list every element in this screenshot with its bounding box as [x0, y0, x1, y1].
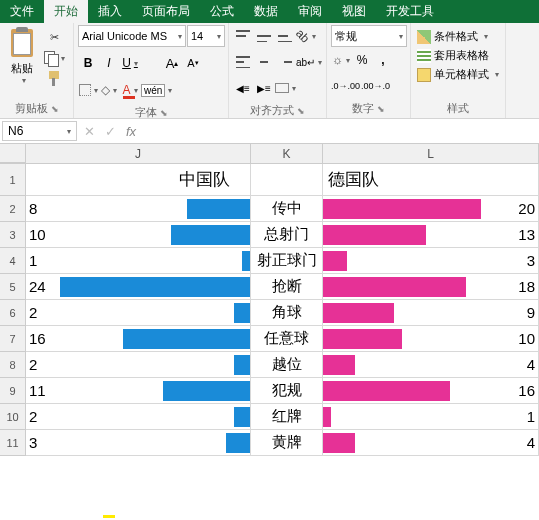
font-name-select[interactable]: Arial Unicode MS▾ — [78, 25, 186, 47]
row-header[interactable]: 7 — [0, 326, 26, 352]
cell[interactable]: 1 — [323, 404, 539, 430]
cell[interactable]: 射正球门 — [251, 248, 323, 274]
align-right-button[interactable] — [275, 51, 295, 73]
cell[interactable]: 4 — [323, 352, 539, 378]
cell[interactable]: 18 — [323, 274, 539, 300]
cell[interactable]: 1 — [26, 248, 251, 274]
row-header[interactable]: 6 — [0, 300, 26, 326]
tab-page-layout[interactable]: 页面布局 — [132, 0, 200, 23]
cell[interactable]: 犯规 — [251, 378, 323, 404]
row-header[interactable]: 8 — [0, 352, 26, 378]
orientation-button[interactable]: ab▾ — [296, 25, 316, 47]
tab-review[interactable]: 审阅 — [288, 0, 332, 23]
cell[interactable]: 8 — [26, 196, 251, 222]
phonetic-button[interactable]: wén▾ — [141, 79, 172, 101]
cell[interactable]: 黄牌 — [251, 430, 323, 456]
increase-font-button[interactable]: A▴ — [162, 52, 182, 74]
increase-decimal-button[interactable]: .0→.00 — [331, 75, 360, 97]
font-color-button[interactable]: A▾ — [120, 79, 140, 101]
align-top-button[interactable] — [233, 25, 253, 47]
select-all-corner[interactable] — [0, 144, 26, 163]
cell[interactable]: 总射门 — [251, 222, 323, 248]
percent-button[interactable]: % — [352, 49, 372, 71]
row-header[interactable]: 4 — [0, 248, 26, 274]
align-left-button[interactable] — [233, 51, 253, 73]
tab-file[interactable]: 文件 — [0, 0, 44, 23]
cancel-icon[interactable]: ✕ — [84, 124, 95, 139]
copy-button[interactable]: ▾ — [43, 48, 65, 68]
dialog-launcher-icon[interactable]: ⬊ — [160, 108, 168, 118]
row-header[interactable]: 2 — [0, 196, 26, 222]
table-format-button[interactable]: 套用表格格 — [415, 47, 491, 64]
cell[interactable]: 2 — [26, 300, 251, 326]
fx-icon[interactable]: fx — [126, 124, 136, 139]
cell[interactable]: 2 — [26, 404, 251, 430]
cell[interactable]: 16 — [26, 326, 251, 352]
row-header[interactable]: 9 — [0, 378, 26, 404]
decrease-decimal-button[interactable]: .00→.0 — [361, 75, 390, 97]
col-header-K[interactable]: K — [251, 144, 323, 163]
cell[interactable]: 10 — [323, 326, 539, 352]
cell[interactable]: 20 — [323, 196, 539, 222]
format-painter-button[interactable] — [43, 69, 65, 89]
row-header[interactable]: 10 — [0, 404, 26, 430]
wrap-text-button[interactable]: ab↵▾ — [296, 51, 322, 73]
cell[interactable]: 越位 — [251, 352, 323, 378]
confirm-icon[interactable]: ✓ — [105, 124, 116, 139]
cell[interactable]: 16 — [323, 378, 539, 404]
col-header-L[interactable]: L — [323, 144, 539, 163]
row-header[interactable]: 5 — [0, 274, 26, 300]
tab-insert[interactable]: 插入 — [88, 0, 132, 23]
tab-formulas[interactable]: 公式 — [200, 0, 244, 23]
row-header[interactable]: 1 — [0, 164, 26, 196]
row-header[interactable]: 3 — [0, 222, 26, 248]
cell[interactable] — [251, 164, 323, 196]
dialog-launcher-icon[interactable]: ⬊ — [51, 104, 59, 114]
cell[interactable]: 2 — [26, 352, 251, 378]
increase-indent-button[interactable]: ▶≡ — [254, 77, 274, 99]
paste-button[interactable]: 粘贴 ▾ — [4, 25, 40, 87]
cell[interactable]: 10 — [26, 222, 251, 248]
cell[interactable]: 角球 — [251, 300, 323, 326]
decrease-font-button[interactable]: A▾ — [183, 52, 203, 74]
cell[interactable]: 4 — [323, 430, 539, 456]
cell[interactable]: 13 — [323, 222, 539, 248]
cell[interactable]: 任意球 — [251, 326, 323, 352]
tab-developer[interactable]: 开发工具 — [376, 0, 444, 23]
tab-data[interactable]: 数据 — [244, 0, 288, 23]
cell[interactable]: 24 — [26, 274, 251, 300]
cell-style-button[interactable]: 单元格样式▾ — [415, 66, 501, 83]
number-format-select[interactable]: 常规▾ — [331, 25, 407, 47]
cell[interactable]: 传中 — [251, 196, 323, 222]
merge-button[interactable]: ▾ — [275, 77, 296, 99]
decrease-indent-button[interactable]: ◀≡ — [233, 77, 253, 99]
comma-button[interactable]: , — [373, 49, 393, 71]
tab-view[interactable]: 视图 — [332, 0, 376, 23]
italic-button[interactable]: I — [99, 52, 119, 74]
cell[interactable]: 11 — [26, 378, 251, 404]
fill-color-button[interactable]: ◇▾ — [99, 79, 119, 101]
bold-button[interactable]: B — [78, 52, 98, 74]
cell[interactable]: 9 — [323, 300, 539, 326]
cell[interactable]: 德国队 — [323, 164, 539, 196]
conditional-format-button[interactable]: 条件格式▾ — [415, 28, 490, 45]
font-size-select[interactable]: 14▾ — [187, 25, 225, 47]
align-center-button[interactable] — [254, 51, 274, 73]
name-box[interactable]: N6▾ — [2, 121, 77, 141]
col-header-J[interactable]: J — [26, 144, 251, 163]
cell[interactable]: 红牌 — [251, 404, 323, 430]
row-header[interactable]: 11 — [0, 430, 26, 456]
underline-button[interactable]: U▾ — [120, 52, 140, 74]
cell[interactable]: 抢断 — [251, 274, 323, 300]
cell[interactable]: 3 — [323, 248, 539, 274]
accounting-button[interactable]: ☼▾ — [331, 49, 351, 71]
cut-button[interactable]: ✂ — [43, 27, 65, 47]
dialog-launcher-icon[interactable]: ⬊ — [297, 106, 305, 116]
cell[interactable]: 中国队 — [26, 164, 251, 196]
formula-input[interactable] — [141, 119, 539, 143]
cell[interactable]: 3 — [26, 430, 251, 456]
align-middle-button[interactable] — [254, 25, 274, 47]
border-button[interactable]: ▾ — [78, 79, 98, 101]
dialog-launcher-icon[interactable]: ⬊ — [377, 104, 385, 114]
tab-home[interactable]: 开始 — [44, 0, 88, 23]
